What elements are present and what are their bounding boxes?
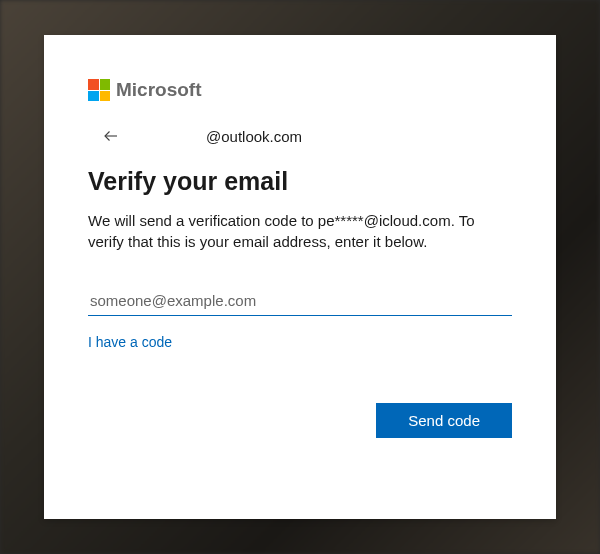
button-row: Send code [88,403,512,438]
account-email: @outlook.com [206,128,302,145]
instruction-text: We will send a verification code to pe**… [88,210,512,252]
page-title: Verify your email [88,167,512,196]
microsoft-logo-icon [88,79,110,101]
have-code-link[interactable]: I have a code [88,334,172,350]
account-row: @outlook.com [98,123,512,149]
back-button[interactable] [98,123,124,149]
microsoft-logo: Microsoft [88,79,512,101]
back-arrow-icon [102,127,120,145]
send-code-button[interactable]: Send code [376,403,512,438]
microsoft-logo-text: Microsoft [116,79,202,101]
signin-card: Microsoft @outlook.com Verify your email… [44,35,556,519]
email-input[interactable] [88,286,512,316]
